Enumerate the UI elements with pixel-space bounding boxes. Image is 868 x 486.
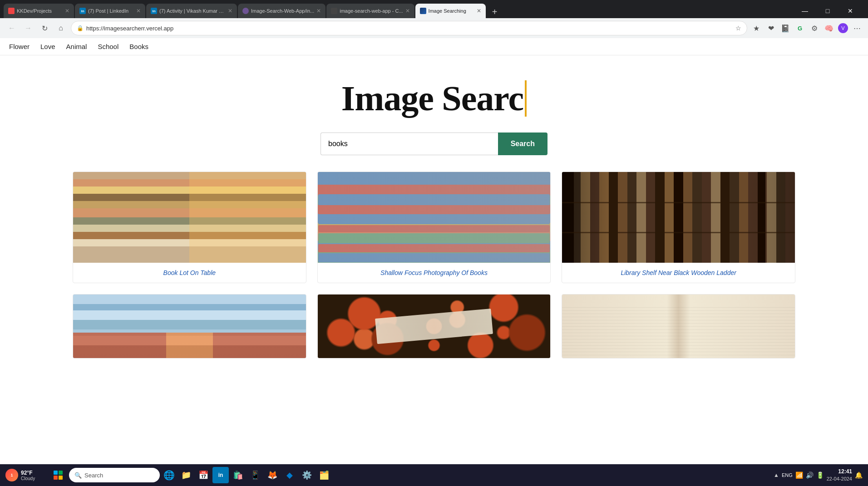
settings-icon[interactable]: ⚙	[809, 23, 820, 34]
search-input[interactable]	[321, 133, 498, 155]
taskbar-item-calendar[interactable]: 📅	[195, 467, 212, 483]
maximize-button[interactable]: □	[817, 4, 838, 18]
suggestion-flower[interactable]: Flower	[9, 43, 30, 50]
taskbar-item-earth[interactable]: 🌐	[161, 467, 177, 483]
search-section: Search	[0, 133, 868, 155]
start-quad-1	[54, 471, 58, 475]
address-bar[interactable]: 🔒 https://imagesearcherr.vercel.app ☆	[71, 21, 747, 35]
forward-button[interactable]: →	[22, 22, 35, 34]
tab-2-favicon: in	[79, 8, 86, 14]
taskbar-item-settings[interactable]: ⚙️	[299, 467, 315, 483]
tab-2-title: (7) Post | LinkedIn	[88, 8, 134, 14]
extension-icon[interactable]: 🧠	[824, 23, 834, 34]
tab-4-favicon	[242, 8, 249, 14]
tab-5-favicon	[331, 8, 337, 14]
tab-bar: KKDev/Projects ✕ in (7) Post | LinkedIn …	[0, 0, 868, 18]
tab-6-active[interactable]: Image Searching ✕	[415, 4, 486, 18]
taskbar-search-icon: 🔍	[74, 472, 82, 479]
security-icon: 🔒	[77, 25, 84, 31]
suggestion-books[interactable]: Books	[129, 43, 148, 50]
image-card-1-title: Book Lot On Table	[73, 263, 306, 283]
start-button[interactable]	[50, 467, 66, 483]
image-card-6[interactable]	[562, 294, 795, 358]
suggestion-love[interactable]: Love	[40, 43, 55, 50]
navigation-bar: ← → ↻ ⌂ 🔒 https://imagesearcherr.vercel.…	[0, 18, 868, 38]
taskbar-search-label: Search	[84, 472, 103, 479]
tab-5-title: image-search-web-app - C...	[340, 8, 403, 14]
tab-3[interactable]: in (7) Activity | Vikash Kumar K... ✕	[146, 4, 237, 18]
tray-notification-icon[interactable]: 🔔	[855, 471, 863, 479]
tab-3-favicon: in	[151, 8, 157, 14]
star-icon[interactable]: ★	[751, 23, 762, 34]
tab-6-favicon	[420, 8, 426, 14]
pocket-icon[interactable]: ❤	[765, 23, 776, 34]
suggestion-animal[interactable]: Animal	[66, 43, 87, 50]
image-card-2-title: Shallow Focus Photography Of Books	[318, 263, 551, 283]
tray-battery-icon: 🔋	[816, 471, 824, 479]
tray-wifi-icon: 📶	[795, 471, 803, 479]
tab-5[interactable]: image-search-web-app - C... ✕	[326, 4, 414, 18]
taskbar-item-vscode[interactable]: ◆	[281, 467, 298, 483]
taskbar-item-whatsapp[interactable]: 📱	[247, 467, 263, 483]
taskbar-item-store[interactable]: 🛍️	[230, 467, 246, 483]
taskbar-item-explorer[interactable]: 🗂️	[316, 467, 332, 483]
taskbar-clock[interactable]: 12:41 22-04-2024	[827, 468, 852, 482]
tab-add-button[interactable]: +	[488, 5, 501, 18]
image-2	[318, 172, 551, 263]
url-display: https://imagesearcherr.vercel.app	[86, 25, 733, 32]
tab-6-close[interactable]: ✕	[477, 8, 481, 14]
image-card-1[interactable]: Book Lot On Table	[73, 172, 306, 283]
tab-4[interactable]: Image-Search-Web-App/in... ✕	[238, 4, 326, 18]
weather-widget[interactable]: 1 92°F Cloudy	[2, 469, 47, 481]
search-container: Search	[321, 133, 547, 155]
reload-button[interactable]: ↻	[38, 22, 51, 34]
image-3	[562, 172, 795, 263]
home-button[interactable]: ⌂	[54, 22, 67, 34]
suggestion-school[interactable]: School	[98, 43, 118, 50]
start-icon	[54, 471, 63, 480]
grammarly-icon[interactable]: G	[794, 23, 805, 34]
close-button[interactable]: ✕	[840, 4, 861, 18]
app-content: Flower Love Animal School Books Image Se…	[0, 38, 868, 358]
bookmark-icon[interactable]: ☆	[735, 25, 741, 32]
more-icon[interactable]: ⋯	[852, 23, 863, 34]
image-1	[73, 172, 306, 263]
image-card-2[interactable]: Shallow Focus Photography Of Books	[317, 172, 551, 283]
profile-icon[interactable]: V	[838, 23, 848, 33]
taskbar-search-box[interactable]: 🔍 Search	[69, 468, 160, 482]
image-card-5[interactable]	[317, 294, 551, 358]
tray-expand[interactable]: ▲	[774, 472, 779, 478]
weather-info: 92°F Cloudy	[21, 470, 35, 481]
tab-5-close[interactable]: ✕	[405, 8, 410, 14]
search-button[interactable]: Search	[498, 133, 547, 155]
taskbar-tray: ▲ ENG 📶 🔊 🔋 12:41 22-04-2024 🔔	[774, 468, 866, 482]
taskbar-item-linkedin[interactable]: in	[212, 467, 229, 483]
tab-2[interactable]: in (7) Post | LinkedIn ✕	[75, 4, 145, 18]
start-quad-2	[59, 471, 63, 475]
image-card-4[interactable]	[73, 294, 306, 358]
browser-chrome: KKDev/Projects ✕ in (7) Post | LinkedIn …	[0, 0, 868, 38]
collection-icon[interactable]: 📓	[780, 23, 791, 34]
image-4	[73, 295, 306, 358]
tab-1-close[interactable]: ✕	[65, 8, 69, 14]
image-card-3[interactable]: Library Shelf Near Black Wooden Ladder	[562, 172, 795, 283]
taskbar-item-firefox[interactable]: 🦊	[264, 467, 281, 483]
title-section: Image Searc	[0, 55, 868, 133]
tray-language: ENG	[782, 472, 793, 478]
app-title: Image Searc	[341, 78, 527, 119]
tab-3-close[interactable]: ✕	[228, 8, 232, 14]
back-button[interactable]: ←	[5, 22, 18, 34]
image-6	[562, 295, 795, 358]
tab-4-close[interactable]: ✕	[316, 8, 321, 14]
tab-2-close[interactable]: ✕	[136, 8, 141, 14]
minimize-button[interactable]: —	[794, 4, 815, 18]
taskbar-item-files[interactable]: 📁	[178, 467, 194, 483]
image-5	[318, 295, 551, 358]
title-cursor	[525, 80, 527, 117]
weather-temp: 92°F	[21, 470, 35, 476]
title-text: Image Searc	[341, 78, 523, 119]
image-card-3-title: Library Shelf Near Black Wooden Ladder	[562, 263, 795, 283]
start-quad-3	[54, 476, 58, 480]
tray-volume-icon: 🔊	[806, 471, 814, 479]
tab-1[interactable]: KKDev/Projects ✕	[4, 4, 74, 18]
